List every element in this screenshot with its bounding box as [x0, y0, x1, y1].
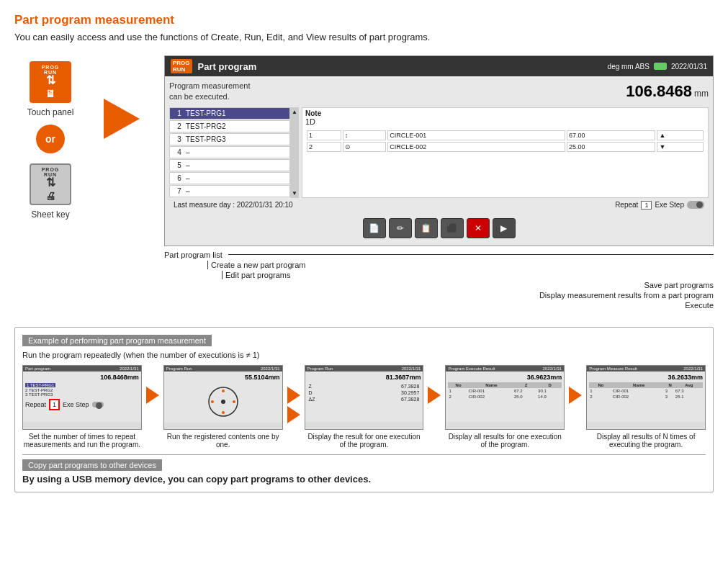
screen-5-wrapper: Program Measure Result 2022/1/31 36.2633…: [586, 365, 706, 449]
prog-list-item-4[interactable]: 4 –: [169, 146, 290, 158]
exe-step-toggle[interactable]: [687, 201, 704, 209]
page-subtitle: You can easily access and use the functi…: [14, 32, 714, 42]
prog-list-item-7[interactable]: 7 –: [169, 185, 290, 197]
screen-date: 2022/01/31: [671, 63, 707, 71]
screen-2-wrapper: Program Run 2022/1/31 55.5104mm: [163, 365, 283, 449]
note-area: Note 1D 1 ↕ CIRCLE-001 67.00 ▲: [302, 107, 709, 198]
btn-copy[interactable]: 📋: [415, 218, 438, 238]
save-label: Save part programs: [644, 281, 714, 289]
sheet-key-icon-box: PROG RUN ⇅ 🖨: [30, 163, 71, 205]
screen-annotations: Part program list Create a new part prog…: [164, 251, 714, 310]
circle-graphic: [205, 384, 241, 420]
screen-1-wrapper: Part program 2022/1/31 106.8468mm 1 TEST…: [22, 365, 142, 449]
screen-units: deg mm ABS: [608, 63, 650, 71]
btn-edit[interactable]: ✏: [389, 218, 412, 238]
btn-close[interactable]: ✕: [467, 218, 490, 238]
mini-screen-1-label: Set the number of times to repeat measur…: [22, 433, 142, 449]
edit-label: Edit part programs: [225, 271, 290, 279]
prog-run-icon-sheet: PROG RUN ⇅ 🖨: [42, 167, 60, 202]
example-section: Example of performing part program measu…: [14, 327, 714, 492]
display-results-label: Display measurement results from a part …: [539, 291, 714, 299]
mini-screen-1: Part program 2022/1/31 106.8468mm 1 TEST…: [22, 365, 142, 430]
measurement-row: Program measurement can be executed. 106…: [169, 81, 709, 103]
screen-4-wrapper: Program Execute Result 2022/1/31 36.9623…: [445, 365, 565, 449]
screen-header-right: deg mm ABS 2022/01/31: [608, 63, 707, 71]
mini-screen-3-label: Display the result for one execution of …: [305, 433, 424, 449]
mini-screen-4: Program Execute Result 2022/1/31 36.9623…: [445, 365, 565, 430]
page-wrapper: Part program measurement You can easily …: [0, 0, 728, 505]
measurement-text: Program measurement can be executed.: [169, 81, 251, 103]
note-value: 1D: [305, 117, 705, 126]
screen-title: Part program: [198, 61, 257, 72]
create-new-label: Create a new part program: [211, 261, 305, 269]
touch-panel-icon-box: PROG RUN ⇅ 🖥: [30, 61, 71, 103]
svg-point-1: [221, 400, 225, 404]
mini-screen-1-value: 106.8468mm: [25, 374, 139, 381]
orange-arrow: [104, 99, 140, 139]
screen-mockup: PROGRUN Part program deg mm ABS 2022/01/…: [164, 55, 714, 246]
last-measure-date: 2022/01/31 20:10: [237, 201, 293, 209]
sheet-key-label: Sheet key: [31, 210, 69, 220]
prog-list-item-5[interactable]: 5 –: [169, 159, 290, 171]
mini-screen-1-header: Part program 2022/1/31: [23, 366, 141, 371]
measurement-unit: mm: [694, 89, 709, 99]
mini-screen-3: Program Run 2022/1/31 81.3687mm Z67.3828…: [305, 365, 424, 430]
copy-text: By using a USB memory device, you can co…: [22, 474, 706, 485]
mini-screen-2: Program Run 2022/1/31 55.5104mm: [163, 365, 283, 430]
prog-list-item-2[interactable]: 2 TEST-PRG2: [169, 120, 290, 132]
repeat-value: 1: [641, 201, 652, 210]
repeat-label: Repeat: [615, 201, 638, 209]
or-circle: or: [36, 125, 65, 153]
svg-point-2: [222, 389, 225, 392]
screens-row: Part program 2022/1/31 106.8468mm 1 TEST…: [22, 365, 706, 449]
measurement-value: 106.8468: [626, 82, 692, 100]
prog-list-item-1[interactable]: 1 TEST-PRG1: [169, 107, 290, 120]
exe-step-label: Exe Step: [655, 201, 684, 209]
mini-screen-4-label: Display all results for one execution of…: [445, 433, 565, 449]
footer-buttons: 📄 ✏ 📋 ⬛ ✕ ▶: [169, 215, 709, 241]
screen-body: Program measurement can be executed. 106…: [165, 76, 713, 246]
program-list: 1 TEST-PRG1 2 TEST-PRG2 3: [169, 107, 299, 198]
mini-arrow-4: [569, 365, 582, 404]
mini-arrow-3: [428, 365, 441, 404]
prog-list-item-6[interactable]: 6 –: [169, 172, 290, 184]
btn-save[interactable]: ⬛: [441, 218, 464, 238]
screen-area: Notes Part program contents PROGRUN Part…: [164, 55, 714, 310]
mini-screen-5: Program Measure Result 2022/1/31 36.2633…: [586, 365, 706, 430]
screen-3-wrapper: Program Run 2022/1/31 81.3687mm Z67.3828…: [305, 365, 424, 449]
icons-column: PROG RUN ⇅ 🖥 Touch panel or PROG RUN ⇅ 🖨…: [14, 55, 86, 220]
example-note: Run the program repeatedly (when the num…: [22, 351, 706, 359]
touch-panel-label: Touch panel: [27, 107, 74, 117]
svg-point-4: [211, 400, 214, 403]
battery-icon: [654, 63, 667, 70]
content-row: 1 TEST-PRG1 2 TEST-PRG2 3: [169, 107, 709, 198]
screen-footer: Last measure day : 2022/01/31 20:10 Repe…: [169, 198, 709, 215]
prog-list-scrollbar[interactable]: ▲ ▼: [290, 107, 299, 198]
prog-list-item-3[interactable]: 3 TEST-PRG3: [169, 133, 290, 145]
part-program-list-label: Part program list: [164, 251, 223, 259]
last-measure-label: Last measure day :: [174, 201, 235, 209]
copy-section: Copy part programs to other devices By u…: [22, 454, 706, 485]
screen-header: PROGRUN Part program deg mm ABS 2022/01/…: [165, 56, 713, 76]
svg-point-5: [233, 400, 235, 403]
mini-screen-5-label: Display all results of N times of execut…: [586, 433, 706, 449]
svg-point-3: [222, 411, 225, 414]
top-section: PROG RUN ⇅ 🖥 Touch panel or PROG RUN ⇅ 🖨…: [14, 55, 714, 310]
repeat-highlight: 1: [49, 399, 60, 410]
copy-header: Copy part programs to other devices: [22, 459, 162, 471]
note-header: Note: [305, 109, 705, 117]
mini-screen-1-body: 106.8468mm 1 TEST-PRG1 2 TEST-PRG2 3 TES…: [23, 371, 141, 422]
execute-label: Execute: [685, 301, 714, 310]
prog-icon: PROGRUN: [171, 59, 192, 73]
prog-run-icon-touch: PROG RUN ⇅ 🖥: [42, 65, 60, 99]
btn-execute[interactable]: ▶: [493, 218, 516, 238]
note-table: 1 ↕ CIRCLE-001 67.00 ▲ 2 ⊙ CIRCLE-002: [305, 129, 705, 153]
arrow-area: [104, 55, 147, 139]
page-title: Part program measurement: [14, 13, 714, 27]
btn-create[interactable]: 📄: [363, 218, 386, 238]
mini-arrow-1: [146, 365, 159, 404]
mini-screen-2-label: Run the registered contents one by one.: [163, 433, 283, 449]
mini-arrow-2: [287, 365, 300, 423]
example-header: Example of performing part program measu…: [22, 335, 212, 346]
